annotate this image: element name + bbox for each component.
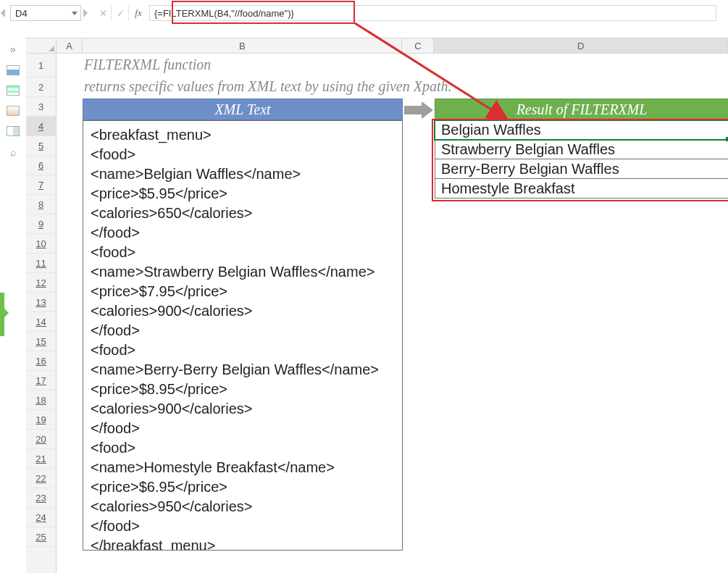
row-label: 12 <box>35 277 46 288</box>
row-label: 10 <box>35 238 46 249</box>
row-label: 7 <box>38 180 43 191</box>
row-header-21[interactable]: 21 <box>26 449 56 469</box>
page-subtitle: returns specific values from XML text by… <box>84 78 452 95</box>
check-icon: ✓ <box>117 8 125 19</box>
formula-bar-text: {=FILTERXML(B4,"//food/name")} <box>154 8 294 19</box>
row-header-4[interactable]: 4 <box>26 117 56 136</box>
x-icon: ✕ <box>99 8 107 19</box>
row-label: 18 <box>35 395 46 406</box>
column-label: B <box>239 41 246 51</box>
row-label: 5 <box>38 141 43 151</box>
row-header-12[interactable]: 12 <box>26 273 56 293</box>
header-label: Result of FILTERXML <box>516 101 648 118</box>
row-header-1[interactable]: 1 <box>26 54 56 78</box>
row-header-11[interactable]: 11 <box>26 254 56 273</box>
formula-bar-input[interactable]: {=FILTERXML(B4,"//food/name")} <box>149 5 716 21</box>
row-label: 8 <box>38 199 43 210</box>
pane-icon-1[interactable] <box>7 65 20 75</box>
row-header-10[interactable]: 10 <box>26 234 56 254</box>
row-label: 15 <box>35 336 46 347</box>
row-header-2[interactable]: 2 <box>26 78 56 97</box>
row-label: 19 <box>35 414 46 425</box>
cell-value: Berry-Berry Belgian Waffles <box>441 161 619 177</box>
row-header-25[interactable]: 25 <box>26 527 56 547</box>
row-label: 13 <box>35 297 46 308</box>
row-header-20[interactable]: 20 <box>26 430 56 449</box>
row-header-24[interactable]: 24 <box>26 508 56 527</box>
pane-icon-3[interactable] <box>7 106 20 116</box>
row-label: 9 <box>38 219 43 230</box>
cell-value: Homestyle Breakfast <box>441 180 575 197</box>
column-label: A <box>66 41 72 51</box>
worksheet: A B C D 1 2 3 4 5 6 7 8 9 10 11 12 13 14… <box>26 26 728 573</box>
row-label: 6 <box>38 160 43 171</box>
row-header-22[interactable]: 22 <box>26 469 56 488</box>
navigate-left-icon[interactable] <box>1 9 5 17</box>
result-cell-2[interactable]: Strawberry Belgian Waffles <box>435 140 728 159</box>
row-header-17[interactable]: 17 <box>26 371 56 390</box>
fx-icon: fx <box>135 7 141 19</box>
row-header-6[interactable]: 6 <box>26 156 56 175</box>
column-label: C <box>414 41 421 51</box>
cell-value: Belgian Waffles <box>441 122 541 138</box>
pane-icon-2[interactable] <box>7 85 20 96</box>
cell-value: Strawberry Belgian Waffles <box>441 141 615 158</box>
header-result: Result of FILTERXML <box>435 99 728 120</box>
select-all-cell[interactable] <box>26 38 57 54</box>
app-frame: D4 ✕ ✓ fx {=FILTERXML(B4,"//food/name")}… <box>0 0 728 573</box>
pane-icon-4[interactable] <box>7 126 20 136</box>
row-label: 4 <box>38 121 43 132</box>
column-header-A[interactable]: A <box>57 38 83 53</box>
row-label: 20 <box>35 434 46 445</box>
find-icon[interactable]: ⌕ <box>10 146 16 158</box>
name-box-value: D4 <box>15 8 28 19</box>
row-label: 16 <box>35 356 46 367</box>
row-header-16[interactable]: 16 <box>26 351 56 371</box>
row-header-14[interactable]: 14 <box>26 312 56 332</box>
row-header-15[interactable]: 15 <box>26 332 56 351</box>
row-label: 17 <box>35 375 46 386</box>
cell-xml-text[interactable]: <breakfast_menu> <food> <name>Belgian Wa… <box>83 120 403 551</box>
row-header-5[interactable]: 5 <box>26 136 56 156</box>
expand-panes-icon[interactable]: » <box>10 43 16 55</box>
row-header-9[interactable]: 9 <box>26 214 56 234</box>
navigate-right-icon[interactable] <box>83 9 88 17</box>
name-box[interactable]: D4 <box>10 5 81 21</box>
row-header-18[interactable]: 18 <box>26 390 56 410</box>
row-header-8[interactable]: 8 <box>26 195 56 214</box>
result-cell-4[interactable]: Homestyle Breakfast <box>435 179 728 198</box>
row-header-3[interactable]: 3 <box>26 97 56 117</box>
column-header-D[interactable]: D <box>434 38 728 53</box>
row-header-7[interactable]: 7 <box>26 175 56 195</box>
column-label: D <box>577 41 584 51</box>
result-cell-1[interactable]: Belgian Waffles <box>435 120 728 140</box>
formula-row: D4 ✕ ✓ fx {=FILTERXML(B4,"//food/name")} <box>0 4 728 22</box>
header-label: XML Text <box>214 101 270 118</box>
row-label: 3 <box>38 101 43 112</box>
row-label: 2 <box>38 82 43 93</box>
column-header-B[interactable]: B <box>83 38 403 53</box>
enter-formula-button[interactable]: ✓ <box>113 5 129 21</box>
row-label: 11 <box>35 258 46 269</box>
arrow-icon <box>404 101 435 119</box>
column-header-C[interactable]: C <box>402 38 434 53</box>
row-header-13[interactable]: 13 <box>26 293 56 312</box>
page-title: FILTERXML function <box>84 57 211 73</box>
cell-canvas[interactable]: FILTERXML function returns specific valu… <box>57 54 728 573</box>
chevron-down-icon[interactable] <box>72 12 78 15</box>
row-label: 1 <box>38 60 43 71</box>
row-headers: 1 2 3 4 5 6 7 8 9 10 11 12 13 14 15 16 1… <box>26 54 57 573</box>
row-label: 14 <box>35 317 46 327</box>
row-label: 25 <box>35 532 46 543</box>
column-headers: A B C D <box>57 38 728 54</box>
cancel-formula-button[interactable]: ✕ <box>96 5 112 21</box>
result-cell-3[interactable]: Berry-Berry Belgian Waffles <box>435 159 728 179</box>
row-label: 24 <box>35 512 46 523</box>
row-label: 22 <box>35 473 46 484</box>
insert-function-button[interactable]: fx <box>130 5 146 21</box>
row-header-23[interactable]: 23 <box>26 488 56 508</box>
row-label: 21 <box>35 453 46 464</box>
row-header-19[interactable]: 19 <box>26 410 56 430</box>
row-label: 23 <box>35 493 46 503</box>
side-tab-handle[interactable] <box>0 293 4 336</box>
